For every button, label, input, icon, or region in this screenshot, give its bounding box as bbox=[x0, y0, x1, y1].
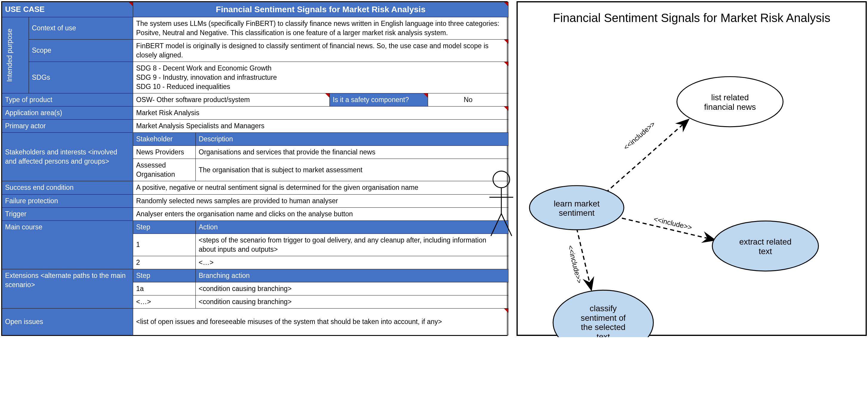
use-case-table: USE CASE Financial Sentiment Signals for… bbox=[2, 2, 508, 335]
stakeholders-label: Stakeholders and interests <involved and… bbox=[2, 133, 133, 181]
scope-label: Scope bbox=[29, 39, 133, 62]
ext-2-no: <…> bbox=[133, 295, 196, 308]
open-issues-label: Open issues bbox=[2, 308, 133, 335]
failure-label: Failure protection bbox=[2, 194, 133, 207]
success-label: Success end condition bbox=[2, 181, 133, 194]
include-label-3: <<include>> bbox=[566, 244, 584, 284]
svg-text:classify: classify bbox=[590, 304, 617, 313]
usecase-header: USE CASE bbox=[2, 2, 133, 17]
stakeholder-1-desc: Organisations and services that provide … bbox=[196, 146, 508, 159]
stakeholder-2-desc: The organisation that is subject to mark… bbox=[196, 159, 508, 181]
svg-text:learn market: learn market bbox=[554, 199, 600, 208]
actor-icon bbox=[485, 169, 518, 237]
step-1-no: 1 bbox=[133, 234, 196, 256]
include-label-1: <<include>> bbox=[622, 120, 656, 151]
type-of-product-label: Type of product bbox=[2, 94, 133, 106]
ext-1-no: 1a bbox=[133, 282, 196, 295]
sdgs-value: SDG 8 - Decent Work and Economic Growth … bbox=[133, 62, 508, 93]
extensions-label: Extensions <alternate paths to the main … bbox=[2, 269, 133, 308]
ext-1-action: <condition causing branching> bbox=[196, 282, 508, 295]
step-2-no: 2 bbox=[133, 256, 196, 269]
svg-text:extract related: extract related bbox=[739, 237, 792, 246]
open-issues-value: <list of open issues and foreseeable mis… bbox=[133, 308, 508, 335]
ext-2-action: <condition causing branching> bbox=[196, 295, 508, 308]
svg-text:sentiment of: sentiment of bbox=[581, 313, 626, 322]
svg-line-4 bbox=[501, 214, 512, 236]
scope-value: FinBERT model is originally is designed … bbox=[133, 39, 508, 62]
ext-step-col-header: Step bbox=[133, 269, 196, 282]
main-course-label: Main course bbox=[2, 220, 133, 269]
application-area-value: Market Risk Analysis bbox=[133, 106, 508, 119]
svg-point-0 bbox=[493, 171, 510, 188]
primary-actor-label: Primary actor bbox=[2, 119, 133, 133]
stakeholder-col-header: Stakeholder bbox=[133, 133, 196, 146]
stakeholder-1-name: News Providers bbox=[133, 146, 196, 159]
svg-text:list related: list related bbox=[711, 93, 749, 102]
svg-text:text: text bbox=[759, 247, 772, 256]
svg-text:sentiment: sentiment bbox=[559, 208, 594, 217]
svg-text:text: text bbox=[597, 332, 610, 337]
use-case-table-panel: USE CASE Financial Sentiment Signals for… bbox=[1, 1, 507, 336]
type-of-product-value: OSW- Other software product/system bbox=[133, 94, 330, 106]
sdgs-label: SDGs bbox=[29, 62, 133, 93]
stakeholder-2-name: Assessed Organisation bbox=[133, 159, 196, 181]
svg-text:financial news: financial news bbox=[704, 102, 756, 111]
diagram-svg: <<include>> <<include>> <<include>> lear… bbox=[518, 32, 866, 337]
trigger-value: Analyser enters the organisation name an… bbox=[133, 207, 508, 220]
primary-actor-value: Market Analysis Specialists and Managers bbox=[133, 119, 508, 133]
svg-text:the selected: the selected bbox=[581, 322, 625, 332]
step-2-action: <…> bbox=[196, 256, 508, 269]
context-of-use-label: Context of use bbox=[29, 17, 133, 39]
application-area-label: Application area(s) bbox=[2, 106, 133, 119]
context-of-use-value: The system uses LLMs (specifically FinBE… bbox=[133, 17, 508, 39]
action-col-header: Action bbox=[196, 220, 508, 234]
use-case-diagram-panel: Financial Sentiment Signals for Market R… bbox=[517, 1, 867, 336]
safety-component-label: Is it a safety component? bbox=[330, 94, 428, 106]
intended-purpose-group: Intended purpose bbox=[2, 17, 29, 93]
description-col-header: Description bbox=[196, 133, 508, 146]
include-label-2: <<include>> bbox=[653, 215, 692, 232]
success-value: A positive, negative or neutral sentimen… bbox=[133, 181, 508, 194]
step-col-header: Step bbox=[133, 220, 196, 234]
use-case-title: Financial Sentiment Signals for Market R… bbox=[133, 2, 508, 17]
trigger-label: Trigger bbox=[2, 207, 133, 220]
branching-col-header: Branching action bbox=[196, 269, 508, 282]
failure-value: Randomly selected news samples are provi… bbox=[133, 194, 508, 207]
diagram-title: Financial Sentiment Signals for Market R… bbox=[518, 2, 866, 28]
step-1-action: <steps of the scenario from trigger to g… bbox=[196, 234, 508, 256]
safety-component-value: No bbox=[428, 94, 508, 106]
svg-line-3 bbox=[491, 214, 501, 236]
